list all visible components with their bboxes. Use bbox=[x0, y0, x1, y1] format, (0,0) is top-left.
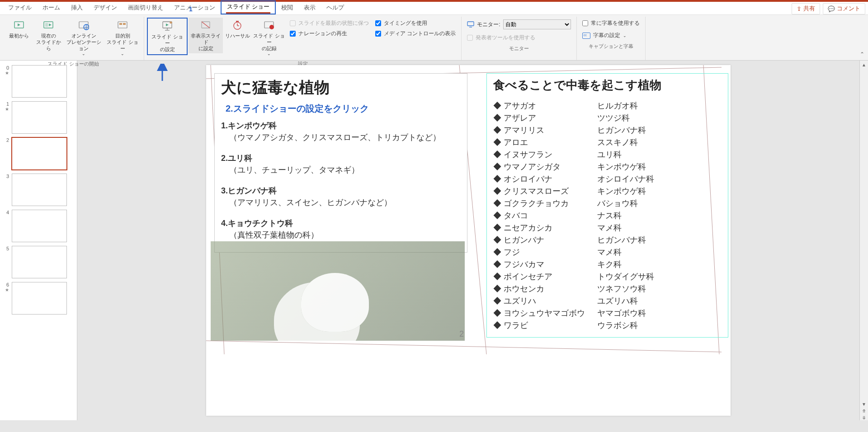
thumb-number: 1★ bbox=[3, 101, 9, 112]
tab-help[interactable]: ヘルプ bbox=[321, 2, 349, 14]
tab-design[interactable]: デザイン bbox=[88, 2, 123, 14]
plant-family: ヒガンバナ科 bbox=[597, 235, 722, 245]
plant-name: アサガオ bbox=[493, 100, 597, 111]
hide-slide-button[interactable]: 非表示スライド に設定 bbox=[189, 18, 223, 53]
next-slide-icon[interactable]: ⤋ bbox=[862, 415, 866, 420]
plant-name: イヌサフラン bbox=[493, 149, 597, 160]
plant-name: ゴクラクチョウカ bbox=[493, 198, 597, 209]
caption-icon: cc bbox=[582, 33, 590, 39]
thumb-preview bbox=[12, 210, 67, 242]
plant-family: ツネフソウ科 bbox=[597, 283, 722, 294]
tab-strip: ファイル ホーム 挿入 デザイン 画面切り替え アニメーション 1 スライド シ… bbox=[0, 2, 868, 15]
plant-name: ワラビ bbox=[493, 320, 597, 331]
chevron-down-icon: ⌄ bbox=[623, 33, 627, 38]
use-timing-checkbox[interactable]: タイミングを使用 bbox=[375, 19, 456, 27]
thumbnail-1[interactable]: 1★ bbox=[0, 99, 77, 136]
thumb-preview bbox=[12, 101, 67, 134]
always-caption-checkbox[interactable]: 常に字幕を使用する bbox=[582, 19, 640, 27]
list-item-sub: （真性双子葉植物の科） bbox=[229, 230, 461, 240]
hide-icon bbox=[200, 19, 212, 31]
share-button[interactable]: ⇪共有 bbox=[792, 3, 820, 14]
svg-rect-22 bbox=[467, 22, 474, 26]
group-monitor: モニター: 自動 発表者ツールを使用する モニター bbox=[462, 17, 576, 60]
vertical-scrollbar[interactable]: ▲ ▼ ⤊ ⤋ bbox=[859, 61, 868, 420]
svg-rect-8 bbox=[119, 23, 122, 25]
annotation-step2: 2.スライドショーの設定をクリック bbox=[226, 103, 461, 115]
keep-updated-checkbox[interactable]: スライドを最新の状態に保つ bbox=[290, 19, 369, 27]
thumb-preview bbox=[12, 137, 67, 170]
show-media-checkbox[interactable]: メディア コントロールの表示 bbox=[375, 30, 456, 38]
plant-name: アロエ bbox=[493, 137, 597, 148]
plant-family: キンポウゲ科 bbox=[597, 186, 722, 197]
scroll-down-icon[interactable]: ▼ bbox=[862, 402, 866, 407]
svg-rect-3 bbox=[45, 23, 48, 27]
right-text-card: 食べることで中毒を起こす植物 アサガオヒルガオ科アザレアツツジ科アマリリスヒガン… bbox=[486, 73, 728, 338]
chevron-down-icon: ⌄ bbox=[267, 52, 271, 56]
thumb-number: 5 bbox=[3, 246, 9, 251]
thumb-preview bbox=[12, 246, 67, 278]
left-text-card: 犬に猛毒な植物 2.スライドショーの設定をクリック 1.キンポウゲ科（ウマノアシ… bbox=[214, 73, 467, 253]
from-beginning-button[interactable]: 最初から bbox=[5, 18, 33, 41]
caption-settings-button[interactable]: cc字幕の設定 ⌄ bbox=[582, 32, 640, 39]
svg-marker-13 bbox=[166, 23, 169, 26]
tab-slideshow[interactable]: スライド ショー bbox=[221, 0, 276, 14]
monitor-label: モニター: bbox=[477, 21, 500, 28]
tab-view[interactable]: 表示 bbox=[298, 2, 321, 14]
thumbnail-5[interactable]: 5 bbox=[0, 244, 77, 280]
globe-icon bbox=[78, 19, 90, 31]
setup-slideshow-button[interactable]: スライド ショー の設定 bbox=[147, 18, 188, 55]
plant-name: ウマノアシガタ bbox=[493, 161, 597, 172]
thumbnail-4[interactable]: 4 bbox=[0, 208, 77, 244]
prev-slide-icon[interactable]: ⤊ bbox=[862, 409, 866, 413]
thumbnail-2[interactable]: 2 bbox=[0, 136, 77, 172]
tab-transition[interactable]: 画面切り替え bbox=[123, 2, 169, 14]
custom-slideshow-button[interactable]: 目的別 スライド ショー ⌄ bbox=[104, 18, 141, 59]
tab-insert[interactable]: 挿入 bbox=[66, 2, 88, 14]
group-setup: スライド ショー の設定 非表示スライド に設定 リハーサル スライド ショー … bbox=[144, 17, 462, 60]
thumbnail-3[interactable]: 3 bbox=[0, 172, 77, 208]
comment-icon: 💬 bbox=[828, 5, 835, 12]
tab-home[interactable]: ホーム bbox=[37, 2, 66, 14]
thumb-number: 4 bbox=[3, 210, 9, 215]
setup-icon bbox=[161, 20, 173, 32]
rehearse-button[interactable]: リハーサル bbox=[224, 18, 251, 41]
plant-family: ナス科 bbox=[597, 210, 722, 221]
tab-review[interactable]: 校閲 bbox=[276, 2, 298, 14]
tab-animation[interactable]: アニメーション bbox=[169, 2, 221, 14]
online-presentation-button[interactable]: オンライン プレゼンテーション ⌄ bbox=[64, 18, 103, 59]
comment-button[interactable]: 💬コメント bbox=[823, 3, 865, 14]
work-area: 0★1★23456★ 犬に猛毒な植物 2.スライドショーの設定をクリック 1.キ… bbox=[0, 61, 868, 420]
from-current-button[interactable]: 現在の スライドから bbox=[33, 18, 63, 53]
thumb-number: 6★ bbox=[3, 282, 9, 292]
plant-name: ポインセチア bbox=[493, 271, 597, 282]
thumb-number: 3 bbox=[3, 174, 9, 179]
group-start-slideshow: 最初から 現在の スライドから オンライン プレゼンテーション ⌄ 目的別 スラ… bbox=[3, 17, 144, 60]
scroll-up-icon[interactable]: ▲ bbox=[862, 62, 866, 67]
plant-name: アマリリス bbox=[493, 125, 597, 136]
plant-family: バショウ科 bbox=[597, 198, 722, 209]
slide-canvas[interactable]: 犬に猛毒な植物 2.スライドショーの設定をクリック 1.キンポウゲ科（ウマノアシ… bbox=[77, 61, 859, 420]
thumbnail-0[interactable]: 0★ bbox=[0, 63, 77, 99]
thumb-preview bbox=[12, 282, 67, 315]
list-item-sub: （ウマノアシガタ、クリスマスローズ、トリカブトなど） bbox=[229, 132, 461, 143]
plant-family: ユズリハ科 bbox=[597, 296, 722, 306]
plant-family: オシロイバナ科 bbox=[597, 174, 722, 184]
plant-family: ヒルガオ科 bbox=[597, 100, 722, 111]
annotation-step1: 1 bbox=[189, 5, 193, 13]
play-narration-checkbox[interactable]: ナレーションの再生 bbox=[290, 30, 369, 38]
collapse-ribbon-button[interactable]: ⌃ bbox=[860, 51, 864, 57]
plant-name: クリスマスローズ bbox=[493, 186, 597, 197]
monitor-select[interactable]: 自動 bbox=[503, 19, 571, 29]
record-slideshow-button[interactable]: スライド ショー の記録 ⌄ bbox=[252, 18, 286, 59]
thumbnail-6[interactable]: 6★ bbox=[0, 280, 77, 316]
thumb-preview bbox=[12, 174, 67, 206]
presenter-view-checkbox[interactable]: 発表者ツールを使用する bbox=[467, 34, 571, 42]
list-item-header: 4.キョウチクトウ科 bbox=[221, 218, 461, 229]
tab-file[interactable]: ファイル bbox=[3, 2, 37, 14]
slide-title: 犬に猛毒な植物 bbox=[221, 77, 461, 98]
thumbnail-panel[interactable]: 0★1★23456★ bbox=[0, 61, 77, 420]
plant-name: オシロイバナ bbox=[493, 174, 597, 184]
play-icon bbox=[13, 19, 25, 31]
slide: 犬に猛毒な植物 2.スライドショーの設定をクリック 1.キンポウゲ科（ウマノアシ… bbox=[206, 65, 731, 416]
share-icon: ⇪ bbox=[797, 5, 802, 12]
